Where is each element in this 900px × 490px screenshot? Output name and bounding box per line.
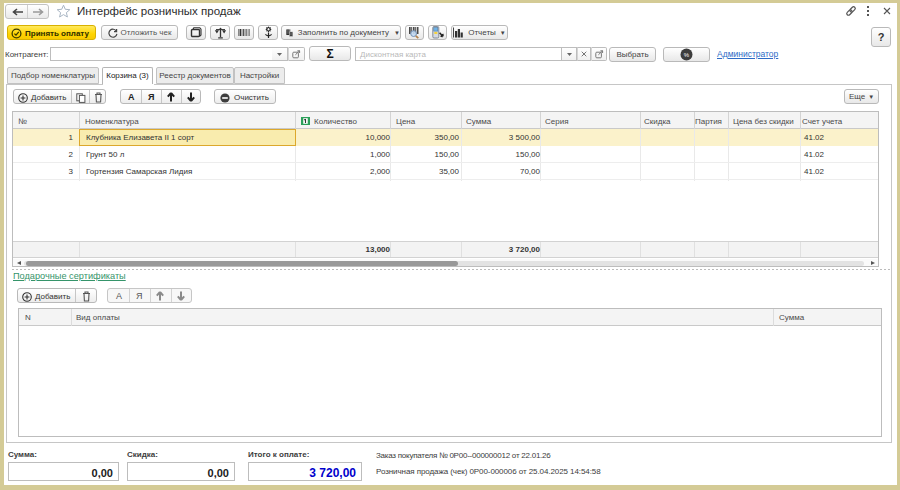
svg-text:%: %: [684, 52, 690, 58]
